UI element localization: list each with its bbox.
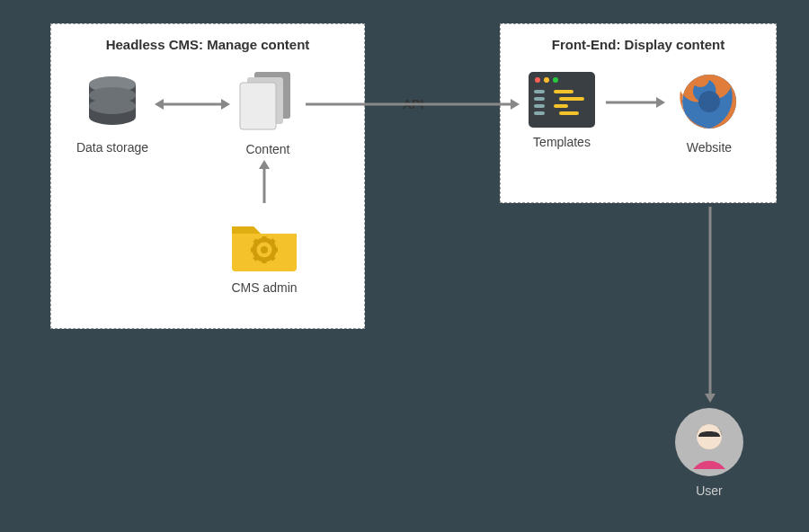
svg-point-3: [89, 98, 136, 114]
panel-title-frontend: Front-End: Display content: [501, 37, 776, 52]
database-icon: [81, 72, 144, 135]
svg-line-12: [254, 240, 258, 244]
documents-icon: [235, 68, 301, 137]
svg-point-30: [698, 91, 720, 112]
svg-rect-22: [534, 97, 545, 101]
folder-gear-icon: [227, 212, 302, 275]
svg-rect-28: [559, 111, 579, 115]
node-website: Website: [669, 68, 750, 155]
svg-rect-6: [240, 83, 276, 129]
node-cms-admin: CMS admin: [219, 212, 309, 295]
label-data-storage: Data storage: [72, 140, 153, 155]
label-api: API: [399, 97, 427, 111]
svg-rect-26: [559, 97, 584, 101]
label-website: Website: [669, 140, 750, 155]
svg-rect-27: [554, 104, 568, 108]
arrow-website-user: [699, 205, 721, 404]
panel-headless-cms: Headless CMS: Manage content: [50, 23, 365, 329]
svg-line-13: [271, 256, 274, 260]
node-templates: Templates: [521, 70, 602, 149]
svg-line-14: [254, 256, 258, 260]
svg-rect-24: [534, 111, 545, 115]
svg-rect-23: [534, 104, 545, 108]
svg-point-19: [544, 77, 549, 83]
browser-icon: [676, 68, 742, 135]
node-content: Content: [232, 68, 304, 156]
svg-point-20: [553, 77, 558, 83]
svg-point-16: [261, 246, 268, 253]
node-user: User: [669, 406, 750, 498]
node-data-storage: Data storage: [72, 72, 153, 155]
svg-rect-21: [534, 90, 545, 93]
svg-marker-43: [705, 394, 716, 403]
svg-point-18: [535, 77, 540, 83]
code-editor-icon: [527, 70, 597, 129]
label-content: Content: [232, 142, 304, 156]
user-avatar-icon: [673, 406, 745, 478]
label-user: User: [669, 483, 750, 498]
label-templates: Templates: [521, 135, 602, 149]
svg-line-15: [271, 240, 274, 244]
label-cms-admin: CMS admin: [219, 280, 309, 295]
svg-rect-25: [554, 90, 573, 93]
panel-title-cms: Headless CMS: Manage content: [51, 37, 364, 52]
